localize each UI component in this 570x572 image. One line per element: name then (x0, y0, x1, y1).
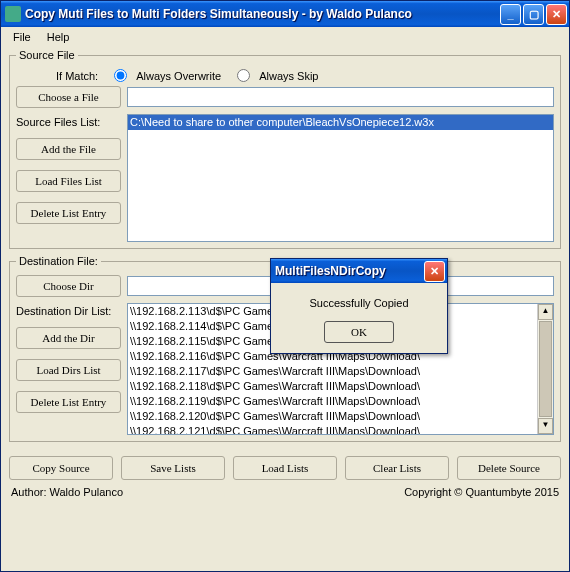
menubar: File Help (1, 27, 569, 47)
radio-skip-label[interactable]: Always Skip (259, 70, 318, 82)
list-item[interactable]: \\192.168.2.117\d$\PC Games\Warcraft III… (128, 364, 553, 379)
dialog-titlebar: MultiFilesNDirCopy ✕ (271, 259, 447, 283)
load-dirs-button[interactable]: Load Dirs List (16, 359, 121, 381)
list-item[interactable]: \\192.168.2.120\d$\PC Games\Warcraft III… (128, 409, 553, 424)
dest-list-label: Destination Dir List: (16, 303, 121, 317)
scroll-down-icon[interactable]: ▼ (538, 418, 553, 434)
menu-help[interactable]: Help (39, 29, 78, 45)
list-item[interactable]: \\192.168.2.119\d$\PC Games\Warcraft III… (128, 394, 553, 409)
delete-source-button[interactable]: Delete Source (457, 456, 561, 480)
app-icon (5, 6, 21, 22)
source-listbox[interactable]: C:\Need to share to other computer\Bleac… (127, 114, 554, 242)
clear-lists-button[interactable]: Clear Lists (345, 456, 449, 480)
dest-legend: Destination File: (16, 255, 101, 267)
delete-source-entry-button[interactable]: Delete List Entry (16, 202, 121, 224)
save-lists-button[interactable]: Save Lists (121, 456, 225, 480)
add-dir-button[interactable]: Add the Dir (16, 327, 121, 349)
copyright-label: Copyright © Quantumbyte 2015 (404, 486, 559, 498)
list-item[interactable]: \\192.168.2.118\d$\PC Games\Warcraft III… (128, 379, 553, 394)
radio-overwrite[interactable] (114, 69, 127, 82)
close-button[interactable]: ✕ (546, 4, 567, 25)
radio-skip[interactable] (237, 69, 250, 82)
load-files-button[interactable]: Load Files List (16, 170, 121, 192)
source-list-label: Source Files List: (16, 114, 121, 128)
dialog-message: Successfully Copied (281, 297, 437, 309)
scroll-up-icon[interactable]: ▲ (538, 304, 553, 320)
maximize-button[interactable]: ▢ (523, 4, 544, 25)
load-lists-button[interactable]: Load Lists (233, 456, 337, 480)
dest-scrollbar[interactable]: ▲ ▼ (537, 304, 553, 434)
window-title: Copy Muti Files to Multi Folders Simulta… (25, 7, 500, 21)
message-dialog: MultiFilesNDirCopy ✕ Successfully Copied… (270, 258, 448, 354)
source-group: Source File If Match: Always Overwrite A… (9, 49, 561, 249)
choose-dir-button[interactable]: Choose Dir (16, 275, 121, 297)
delete-dest-entry-button[interactable]: Delete List Entry (16, 391, 121, 413)
titlebar: Copy Muti Files to Multi Folders Simulta… (1, 1, 569, 27)
source-file-input[interactable] (127, 87, 554, 107)
minimize-button[interactable]: _ (500, 4, 521, 25)
dialog-title: MultiFilesNDirCopy (275, 264, 424, 278)
dialog-close-button[interactable]: ✕ (424, 261, 445, 282)
scroll-thumb[interactable] (539, 321, 552, 417)
list-item[interactable]: \\192.168.2.121\d$\PC Games\Warcraft III… (128, 424, 553, 435)
copy-source-button[interactable]: Copy Source (9, 456, 113, 480)
radio-overwrite-label[interactable]: Always Overwrite (136, 70, 221, 82)
menu-file[interactable]: File (5, 29, 39, 45)
dialog-ok-button[interactable]: OK (324, 321, 394, 343)
source-legend: Source File (16, 49, 78, 61)
add-file-button[interactable]: Add the File (16, 138, 121, 160)
author-label: Author: Waldo Pulanco (11, 486, 123, 498)
list-item[interactable]: C:\Need to share to other computer\Bleac… (128, 115, 553, 130)
if-match-label: If Match: (56, 70, 98, 82)
choose-file-button[interactable]: Choose a File (16, 86, 121, 108)
